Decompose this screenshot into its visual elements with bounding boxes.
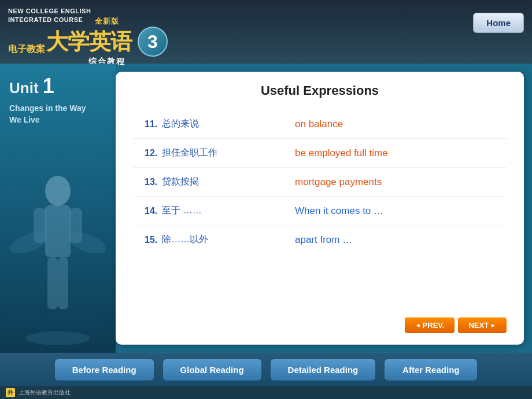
expr-en-1: on balance — [295, 119, 343, 130]
svg-rect-5 — [58, 257, 68, 309]
expr-cn-4: 至于 …… — [162, 205, 201, 217]
expr-num-2: 12. — [145, 148, 157, 158]
expr-cn-3: 贷款按揭 — [162, 176, 199, 188]
expr-en-5: apart from … — [295, 234, 352, 246]
expressions-list: 11. 总的来说 on balance 12. 担任全职工作 be employ… — [133, 110, 507, 312]
expression-row-4: 14. 至于 …… When it comes to … — [133, 197, 507, 226]
top-header: NEW COLLEGE ENGLISH INTEGRATED COURSE 全新… — [0, 0, 532, 64]
logo-area: 全新版 大学英语 3 综合教程 — [46, 16, 168, 67]
logo-chinese: 全新版 大学英语 3 综合教程 — [46, 16, 168, 67]
expr-en-4: When it comes to … — [295, 205, 383, 217]
expr-num-4: 14. — [145, 206, 157, 216]
tab-after-reading[interactable]: After Reading — [385, 359, 477, 380]
logo-number-circle: 3 — [138, 27, 168, 57]
home-button[interactable]: Home — [473, 13, 524, 33]
sidebar: Unit 1 Changes in the Way We Live — [0, 64, 116, 353]
tab-detailed-reading[interactable]: Detailed Reading — [271, 359, 376, 380]
expr-cn-5: 除……以外 — [162, 234, 208, 246]
nav-buttons: PREV. NEXT — [133, 317, 507, 333]
publisher-logo-icon: 外 — [6, 388, 15, 397]
tab-global-reading[interactable]: Global Reading — [163, 359, 261, 380]
footer: 外 上海外语教育出版社 — [0, 386, 532, 399]
main-area: Unit 1 Changes in the Way We Live — [0, 64, 532, 353]
expr-num-5: 15. — [145, 235, 157, 245]
svg-rect-4 — [47, 257, 58, 309]
svg-rect-1 — [45, 205, 71, 257]
expr-left-4: 14. 至于 …… — [145, 205, 295, 217]
logo-big-text: 大学英语 — [46, 31, 132, 53]
svg-point-0 — [45, 176, 71, 206]
prev-button[interactable]: PREV. — [405, 317, 455, 333]
expr-left-2: 12. 担任全职工作 — [145, 147, 295, 159]
tab-before-reading[interactable]: Before Reading — [55, 359, 154, 380]
logo-subtitle: 全新版 — [95, 16, 119, 27]
expr-en-2: be employed full time — [295, 147, 388, 159]
content-panel: Useful Expressions 11. 总的来说 on balance 1… — [116, 72, 524, 345]
expression-row-1: 11. 总的来说 on balance — [133, 110, 507, 139]
expr-cn-2: 担任全职工作 — [162, 147, 217, 159]
expr-num-3: 13. — [145, 177, 157, 187]
expr-left-1: 11. 总的来说 — [145, 118, 295, 130]
expr-cn-1: 总的来说 — [162, 118, 199, 130]
publisher-name: 上海外语教育出版社 — [19, 389, 71, 397]
next-button[interactable]: NEXT — [458, 317, 507, 333]
unit-number: 1 — [43, 74, 54, 98]
expression-row-2: 12. 担任全职工作 be employed full time — [133, 139, 507, 168]
unit-description: Changes in the Way We Live — [0, 101, 116, 125]
sidebar-decorative-image — [0, 156, 116, 353]
expr-left-5: 15. 除……以外 — [145, 234, 295, 246]
svg-point-8 — [26, 331, 90, 345]
expression-row-5: 15. 除……以外 apart from … — [133, 226, 507, 254]
content-title: Useful Expressions — [133, 83, 507, 98]
bottom-navigation: Before Reading Global Reading Detailed R… — [0, 353, 532, 386]
expr-left-3: 13. 贷款按揭 — [145, 176, 295, 188]
dianzi-label: 电子教案 — [8, 43, 45, 56]
expr-num-1: 11. — [145, 119, 157, 130]
logo-main: 大学英语 3 — [46, 27, 168, 57]
expr-en-3: mortgage payments — [295, 176, 382, 188]
unit-label: Unit 1 — [0, 64, 116, 101]
expression-row-3: 13. 贷款按揭 mortgage payments — [133, 168, 507, 197]
